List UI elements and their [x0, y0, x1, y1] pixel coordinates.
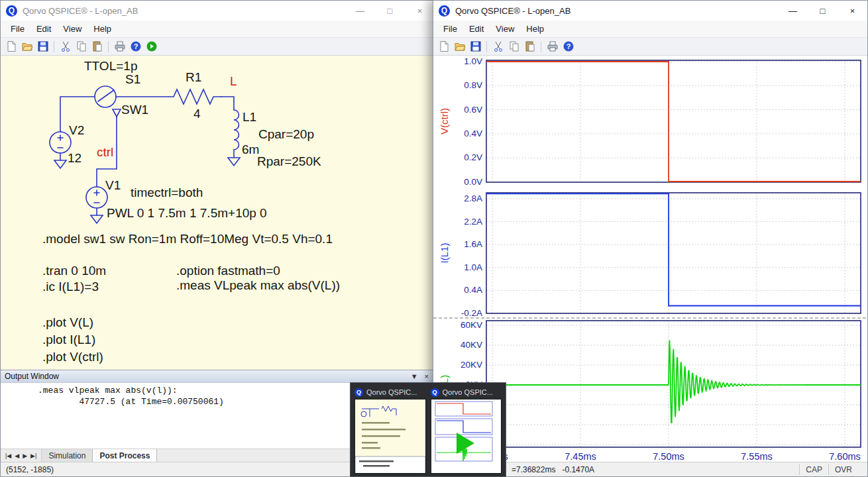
tab-next-icon[interactable]: ▶	[23, 452, 27, 459]
tab-last-icon[interactable]: ▶|	[30, 452, 36, 459]
tab-first-icon[interactable]: |◀	[5, 452, 11, 459]
trace-V(ctrl)	[486, 62, 861, 182]
label-rpar[interactable]: Rpar=250K	[257, 154, 321, 168]
maximize-button[interactable]: □	[808, 1, 838, 21]
label-cpar[interactable]: Cpar=20p	[258, 127, 314, 141]
voltage-source-v1[interactable]	[86, 187, 107, 208]
menu-item-file[interactable]: File	[437, 22, 463, 36]
thumbnail-waveform-window[interactable]: Q Qorvo QSPIC...	[431, 386, 502, 474]
menu-item-edit[interactable]: Edit	[463, 22, 490, 36]
voltage-source-v2[interactable]	[50, 132, 71, 153]
menu-item-view[interactable]: View	[57, 22, 87, 36]
directive-tran[interactable]: .tran 0 10m	[42, 264, 106, 278]
toolbar: ?	[1, 37, 435, 56]
close-button[interactable]: ×	[838, 1, 867, 21]
save-icon[interactable]	[36, 40, 50, 54]
collapse-panel-icon[interactable]: ▼	[411, 372, 418, 380]
label-sw1[interactable]: SW1	[121, 103, 148, 117]
qorvo-logo-icon[interactable]: Q	[6, 5, 17, 17]
cursor-coordinates: (5152, -1885)	[6, 465, 54, 474]
directive-ic[interactable]: .ic I(L1)=3	[42, 280, 99, 293]
desktop: Q Qorvo QSPICE® - L-open_AB — □ × FileEd…	[0, 0, 868, 477]
play-overlay-icon	[457, 433, 474, 454]
new-document-icon[interactable]	[437, 40, 451, 54]
run-icon[interactable]	[144, 40, 158, 54]
directive-plot-vctrl[interactable]: .plot V(ctrl)	[42, 350, 103, 364]
titlebar[interactable]: Q Qorvo QSPICE® - L-open_AB — □ ×	[1, 1, 435, 21]
cut-icon[interactable]	[491, 40, 505, 54]
help-icon[interactable]: ?	[561, 40, 575, 54]
close-button[interactable]: ×	[405, 1, 435, 21]
thumbnail-title: Qorvo QSPIC...	[443, 388, 493, 396]
open-file-icon[interactable]	[453, 40, 466, 54]
schematic-canvas[interactable]: TTOL=1p S1 SW1 R1 4 L L1 Cpar=20p 6m Rpa…	[1, 56, 435, 370]
label-v2-value[interactable]: 12	[68, 151, 81, 165]
overwrite-indicator: OVR	[828, 464, 858, 475]
directive-plot-il1[interactable]: .plot I(L1)	[42, 333, 95, 346]
qorvo-logo-icon[interactable]: Q	[439, 5, 450, 17]
paste-icon[interactable]	[90, 40, 104, 54]
resistor-r1[interactable]	[168, 89, 221, 104]
tab-prev-icon[interactable]: ◀	[15, 452, 19, 459]
copy-icon[interactable]	[507, 40, 521, 54]
plot-pane-border	[486, 321, 861, 447]
node-label-l[interactable]: L	[230, 74, 237, 88]
menu-item-help[interactable]: Help	[520, 22, 550, 36]
window-title: Qorvo QSPICE® - L-open_AB	[23, 6, 345, 16]
label-r1[interactable]: R1	[186, 70, 201, 84]
directive-plot-vl[interactable]: .plot V(L)	[42, 315, 93, 329]
qorvo-logo-icon: Q	[354, 388, 363, 397]
paste-icon[interactable]	[523, 40, 537, 54]
menu-item-edit[interactable]: Edit	[30, 22, 57, 36]
thumbnail-preview-waveforms[interactable]	[431, 399, 502, 474]
label-l1[interactable]: L1	[243, 110, 256, 124]
directive-option[interactable]: .option fastmath=0	[176, 264, 280, 278]
plot-pane-border	[486, 193, 861, 313]
label-v2[interactable]: V2	[69, 123, 84, 137]
save-icon[interactable]	[468, 40, 482, 54]
svg-text:?: ?	[566, 42, 570, 50]
toolbar-separator	[486, 41, 487, 52]
menu-item-help[interactable]: Help	[87, 22, 117, 36]
thumbnail-preview-schematic[interactable]	[354, 399, 426, 474]
switch-s1[interactable]	[95, 86, 121, 117]
window-title: Qorvo QSPICE® - L-open_AB	[455, 6, 778, 16]
toolbar-separator	[541, 41, 541, 52]
qorvo-logo-icon: Q	[431, 388, 439, 397]
output-window-header[interactable]: Output Window ▼ ×	[1, 370, 435, 382]
minimize-button[interactable]: —	[778, 1, 808, 21]
maximize-button[interactable]: □	[375, 1, 405, 21]
label-ttol[interactable]: TTOL=1p	[84, 59, 137, 73]
close-panel-icon[interactable]: ×	[425, 372, 429, 380]
minimize-button[interactable]: —	[345, 1, 375, 21]
label-timectrl[interactable]: timectrl=both	[131, 186, 203, 199]
tab-post-process[interactable]: Post Process	[93, 449, 157, 462]
tab-simulation[interactable]: Simulation	[42, 449, 93, 462]
toolbar-separator	[54, 41, 54, 52]
titlebar[interactable]: Q Qorvo QSPICE® - L-open_AB — □ ×	[433, 1, 867, 21]
copy-icon[interactable]	[74, 40, 88, 54]
new-document-icon[interactable]	[4, 40, 18, 54]
directive-model[interactable]: .model sw1 sw Ron=1m Roff=10Meg Vt=0.5 V…	[42, 232, 333, 246]
label-pwl[interactable]: PWL 0 1 7.5m 1 7.5m+10p 0	[107, 206, 267, 220]
label-v1[interactable]: V1	[105, 178, 121, 192]
label-s1[interactable]: S1	[125, 72, 140, 86]
menu-item-view[interactable]: View	[490, 22, 520, 36]
directive-meas[interactable]: .meas VLpeak max abs(V(L))	[176, 278, 340, 292]
plot-pane-border	[486, 60, 861, 182]
print-icon[interactable]	[545, 40, 559, 54]
node-label-ctrl[interactable]: ctrl	[97, 145, 113, 159]
label-r1-value[interactable]: 4	[193, 107, 201, 121]
trace-I(L1)	[486, 193, 861, 305]
trace-V(L)	[486, 341, 861, 423]
help-icon[interactable]: ?	[129, 40, 142, 54]
menu-item-file[interactable]: File	[5, 22, 30, 36]
inductor-l1[interactable]	[234, 110, 239, 150]
menubar: FileEditViewHelp	[433, 21, 867, 37]
thumbnail-schematic-window[interactable]: Q Qorvo QSPIC...	[354, 386, 426, 474]
cut-icon[interactable]	[58, 40, 72, 54]
thumbnail-title: Qorvo QSPIC...	[366, 388, 417, 396]
taskbar-thumbnail-popup: Q Qorvo QSPIC...	[350, 382, 506, 477]
print-icon[interactable]	[113, 40, 127, 54]
open-file-icon[interactable]	[20, 40, 34, 54]
